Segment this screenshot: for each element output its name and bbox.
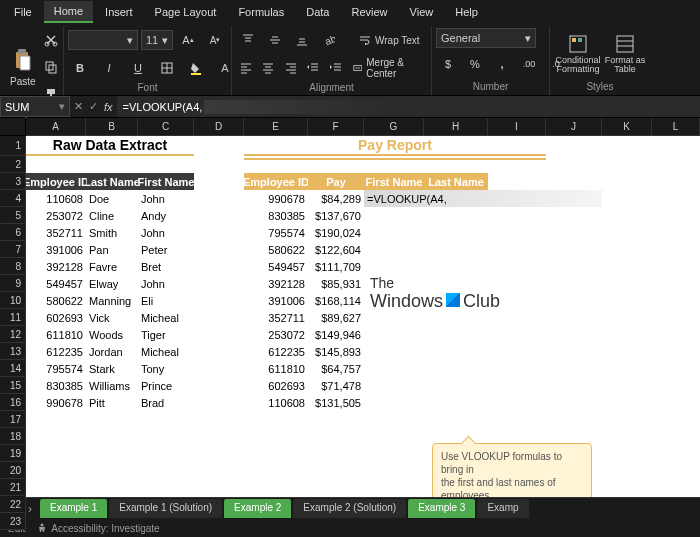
row-header-20[interactable]: 20 (0, 462, 26, 479)
cell-E16[interactable]: 110608 (244, 394, 308, 411)
row-header-16[interactable]: 16 (0, 394, 26, 411)
cell-C13[interactable]: Micheal (138, 343, 194, 360)
align-right-icon[interactable] (281, 56, 301, 80)
cell-E12[interactable]: 253072 (244, 326, 308, 343)
menu-review[interactable]: Review (341, 2, 397, 22)
row-header-2[interactable]: 2 (0, 156, 26, 173)
sheet-tab-example-1[interactable]: Example 1 (40, 499, 107, 518)
menu-help[interactable]: Help (445, 2, 488, 22)
align-top-icon[interactable] (236, 28, 260, 52)
row-header-14[interactable]: 14 (0, 360, 26, 377)
row-header-7[interactable]: 7 (0, 241, 26, 258)
cell-C8[interactable]: Bret (138, 258, 194, 275)
orientation-icon[interactable]: ab (317, 28, 341, 52)
cell-F13[interactable]: $145,893 (308, 343, 364, 360)
cell-B16[interactable]: Pitt (86, 394, 138, 411)
enter-icon[interactable]: ✓ (89, 100, 98, 113)
sheet-tab-example-3[interactable]: Example 3 (408, 499, 475, 518)
sheet-tab-examp[interactable]: Examp (477, 499, 528, 518)
row-header-13[interactable]: 13 (0, 343, 26, 360)
menu-file[interactable]: File (4, 2, 42, 22)
grow-font-icon[interactable]: A▴ (176, 28, 200, 52)
col-header-I[interactable]: I (488, 118, 546, 136)
col-header-E[interactable]: E (244, 118, 308, 136)
comma-icon[interactable]: , (490, 52, 514, 76)
cell-C6[interactable]: John (138, 224, 194, 241)
spreadsheet-grid[interactable]: 1234567891011121314151617181920212223 AB… (0, 118, 700, 497)
indent-inc-icon[interactable] (326, 56, 346, 80)
row-header-17[interactable]: 17 (0, 411, 26, 428)
cell-A7[interactable]: 391006 (26, 241, 86, 258)
cell-E15[interactable]: 602693 (244, 377, 308, 394)
cell-A3[interactable]: Employee ID (26, 173, 86, 190)
cell-A9[interactable]: 549457 (26, 275, 86, 292)
cell-C10[interactable]: Eli (138, 292, 194, 309)
cell-E1[interactable]: Pay Report (244, 136, 546, 156)
align-center-icon[interactable] (259, 56, 279, 80)
cell-G3[interactable]: First Name (364, 173, 424, 190)
cell-C4[interactable]: John (138, 190, 194, 207)
sheet-tab-example-1-solution-[interactable]: Example 1 (Solution) (109, 499, 222, 518)
col-header-C[interactable]: C (138, 118, 194, 136)
cell-B12[interactable]: Woods (86, 326, 138, 343)
cell-C14[interactable]: Tony (138, 360, 194, 377)
currency-icon[interactable]: $ (436, 52, 460, 76)
cell-B14[interactable]: Stark (86, 360, 138, 377)
borders-icon[interactable] (155, 56, 179, 80)
cell-F4[interactable]: $84,289 (308, 190, 364, 207)
row-header-6[interactable]: 6 (0, 224, 26, 241)
cut-icon[interactable] (39, 28, 63, 52)
font-name-select[interactable]: ▾ (68, 30, 138, 50)
menu-page-layout[interactable]: Page Layout (145, 2, 227, 22)
cell-F11[interactable]: $89,627 (308, 309, 364, 326)
sheet-tab-example-2[interactable]: Example 2 (224, 499, 291, 518)
cancel-icon[interactable]: ✕ (74, 100, 83, 113)
cell-C5[interactable]: Andy (138, 207, 194, 224)
cell-F16[interactable]: $131,505 (308, 394, 364, 411)
col-header-A[interactable]: A (26, 118, 86, 136)
cell-E6[interactable]: 795574 (244, 224, 308, 241)
format-table-button[interactable]: Format as Table (604, 34, 646, 74)
align-left-icon[interactable] (236, 56, 256, 80)
cell-C12[interactable]: Tiger (138, 326, 194, 343)
conditional-formatting-button[interactable]: Conditional Formatting (554, 34, 602, 74)
cell-B10[interactable]: Manning (86, 292, 138, 309)
row-header-19[interactable]: 19 (0, 445, 26, 462)
cell-E10[interactable]: 391006 (244, 292, 308, 309)
col-header-F[interactable]: F (308, 118, 364, 136)
col-header-K[interactable]: K (602, 118, 652, 136)
accessibility-status[interactable]: Accessibility: Investigate (37, 523, 159, 534)
cell-B15[interactable]: Williams (86, 377, 138, 394)
row-header-9[interactable]: 9 (0, 275, 26, 292)
cell-E4[interactable]: 990678 (244, 190, 308, 207)
cell-F12[interactable]: $149,946 (308, 326, 364, 343)
cell-C7[interactable]: Peter (138, 241, 194, 258)
cell-F15[interactable]: $71,478 (308, 377, 364, 394)
number-format-select[interactable]: General▾ (436, 28, 536, 48)
indent-dec-icon[interactable] (304, 56, 324, 80)
row-header-23[interactable]: 23 (0, 513, 26, 530)
cell-E5[interactable]: 830385 (244, 207, 308, 224)
wrap-text-button[interactable]: Wrap Text (355, 28, 424, 52)
cell-E2[interactable] (244, 156, 546, 160)
copy-icon[interactable] (39, 55, 63, 79)
percent-icon[interactable]: % (463, 52, 487, 76)
cell-A13[interactable]: 612235 (26, 343, 86, 360)
row-header-18[interactable]: 18 (0, 428, 26, 445)
cell-E11[interactable]: 352711 (244, 309, 308, 326)
cell-F9[interactable]: $85,931 (308, 275, 364, 292)
cell-F6[interactable]: $190,024 (308, 224, 364, 241)
row-header-10[interactable]: 10 (0, 292, 26, 309)
cell-C9[interactable]: John (138, 275, 194, 292)
name-box[interactable]: SUM▾ (0, 96, 70, 117)
cell-C11[interactable]: Micheal (138, 309, 194, 326)
cell-C16[interactable]: Brad (138, 394, 194, 411)
sheet-tab-example-2-solution-[interactable]: Example 2 (Solution) (293, 499, 406, 518)
cell-A15[interactable]: 830385 (26, 377, 86, 394)
align-bottom-icon[interactable] (290, 28, 314, 52)
col-header-L[interactable]: L (652, 118, 700, 136)
cell-A6[interactable]: 352711 (26, 224, 86, 241)
font-size-select[interactable]: 11▾ (141, 30, 173, 50)
bold-icon[interactable]: B (68, 56, 92, 80)
fx-icon[interactable]: fx (104, 101, 113, 113)
